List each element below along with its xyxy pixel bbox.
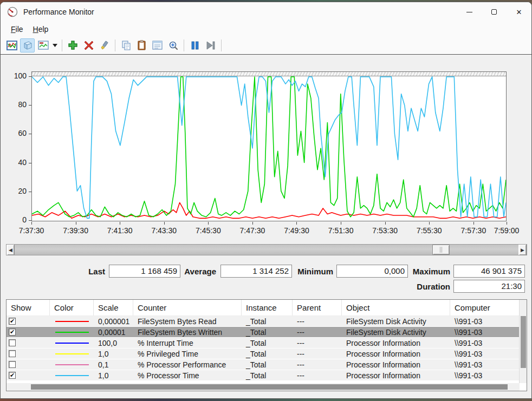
properties-icon <box>152 41 163 50</box>
show-checkbox[interactable]: ✔ <box>9 318 16 325</box>
add-counter-button[interactable] <box>66 38 80 52</box>
magnifier-icon <box>168 41 178 50</box>
cell-scale: 0,000001 <box>94 317 133 326</box>
change-graph-type-button[interactable] <box>36 38 50 52</box>
minimize-button[interactable] <box>457 2 482 22</box>
cell-parent: --- <box>293 371 342 380</box>
view-log-data-button[interactable] <box>20 38 35 52</box>
close-icon: ✕ <box>516 8 522 16</box>
series-line <box>32 77 506 217</box>
x-axis-label: 7:59:00 <box>488 226 525 235</box>
table-vscroll-thumb[interactable] <box>521 316 526 368</box>
maximum-value: 46 901 375 <box>453 265 525 278</box>
cell-parent: --- <box>293 350 342 358</box>
cell-object: FileSystem Disk Activity <box>342 328 450 337</box>
color-sample-line <box>55 353 89 354</box>
copy-properties-button[interactable] <box>119 38 133 52</box>
cell-computer: \\991-03 <box>450 317 520 326</box>
cell-computer: \\991-03 <box>450 328 520 337</box>
last-label: Last <box>66 267 105 276</box>
x-axis-label: 7:41:30 <box>101 226 139 235</box>
cell-computer: \\991-03 <box>450 360 520 369</box>
close-button[interactable]: ✕ <box>507 2 531 22</box>
properties-button[interactable] <box>150 38 165 52</box>
table-row[interactable]: ✔0,000001FileSystem Bytes Read_Total---F… <box>7 316 527 327</box>
delete-counter-button[interactable] <box>81 38 96 52</box>
perfmon-app-icon <box>7 6 18 17</box>
maximize-icon <box>491 9 497 15</box>
graph-pane: 1008060402007:37:307:39:307:41:307:43:30… <box>1 55 531 399</box>
cell-scale: 0,1 <box>94 360 133 369</box>
line-chart-icon <box>7 41 17 50</box>
table-row[interactable]: 100,0% Interrupt Time_Total---Processor … <box>7 338 527 349</box>
last-value: 1 168 459 <box>109 265 180 278</box>
column-header-parent[interactable]: Parent <box>293 300 342 315</box>
cell-instance: _Total <box>242 350 293 358</box>
view-current-activity-button[interactable] <box>4 38 19 52</box>
show-checkbox[interactable] <box>9 361 16 368</box>
update-data-button[interactable] <box>203 38 218 52</box>
average-label: Average <box>179 267 216 276</box>
x-axis-label: 7:51:30 <box>322 226 360 235</box>
table-horizontal-scrollbar[interactable] <box>7 383 520 391</box>
show-checkbox[interactable] <box>9 339 16 346</box>
chart-plot-area[interactable] <box>31 71 507 221</box>
y-axis-label: 40 <box>8 158 27 167</box>
cell-instance: _Total <box>242 360 293 369</box>
scroll-left-button[interactable]: ◀ <box>7 245 15 255</box>
cell-counter: FileSystem Bytes Read <box>133 317 242 326</box>
highlight-button[interactable] <box>97 38 112 52</box>
cell-counter: % Interrupt Time <box>133 339 242 347</box>
column-header-computer[interactable]: Computer <box>450 300 520 315</box>
table-hscroll-thumb[interactable] <box>31 384 508 390</box>
table-row[interactable]: ✔0,00001FileSystem Bytes Written_Total--… <box>7 327 527 338</box>
color-sample-line <box>55 364 89 365</box>
y-axis-label: 0 <box>8 215 27 224</box>
color-sample-line <box>55 375 89 376</box>
column-header-scale[interactable]: Scale <box>94 300 133 315</box>
show-checkbox[interactable]: ✔ <box>9 328 16 336</box>
zoom-button[interactable] <box>166 38 180 52</box>
cell-counter: % Processor Performance <box>133 360 242 369</box>
x-axis-label: 7:45:30 <box>189 226 227 235</box>
paste-counter-list-button[interactable] <box>134 38 149 52</box>
menu-item-help[interactable]: Help <box>28 23 54 35</box>
cell-object: Processor Information <box>342 350 450 358</box>
color-sample-line <box>55 321 89 322</box>
copy-icon <box>121 40 131 50</box>
cell-counter: % Privileged Time <box>133 350 242 358</box>
column-header-object[interactable]: Object <box>342 300 450 315</box>
scroll-right-button[interactable]: ▶ <box>518 245 527 255</box>
x-axis-label: 7:47:30 <box>233 226 271 235</box>
freeze-display-button[interactable] <box>187 38 202 52</box>
table-vertical-scrollbar[interactable] <box>519 300 527 383</box>
highlighter-icon <box>100 41 109 50</box>
maximize-button[interactable] <box>482 2 507 22</box>
cell-instance: _Total <box>242 317 293 326</box>
cell-computer: \\991-03 <box>450 371 520 380</box>
cell-parent: --- <box>293 328 342 337</box>
graph-type-dropdown[interactable] <box>51 38 59 52</box>
column-header-color[interactable]: Color <box>50 300 94 315</box>
window-title: Performance Monitor <box>23 8 94 16</box>
menu-bar: FileHelp <box>1 22 531 36</box>
table-row[interactable]: 0,1% Processor Performance_Total---Proce… <box>7 359 527 370</box>
timeline-scrollbar[interactable]: ◀ ▶ <box>6 244 527 255</box>
show-checkbox[interactable]: ✔ <box>9 372 16 379</box>
x-axis-label: 7:53:30 <box>366 226 404 235</box>
show-checkbox[interactable] <box>9 350 16 357</box>
title-bar: Performance Monitor ✕ <box>1 2 531 22</box>
table-row[interactable]: 1,0% Privileged Time_Total---Processor I… <box>7 349 527 359</box>
table-row[interactable]: ✔1,0% Processor Time_Total---Processor I… <box>7 370 527 381</box>
y-axis-label: 100 <box>8 71 27 80</box>
timeline-scrollbar-thumb[interactable] <box>432 245 450 255</box>
column-header-instance[interactable]: Instance <box>242 300 293 315</box>
column-header-counter[interactable]: Counter <box>133 300 242 315</box>
minimum-value: 0,000 <box>336 265 408 278</box>
minimize-icon <box>466 12 472 12</box>
menu-item-file[interactable]: File <box>6 23 28 35</box>
cell-parent: --- <box>293 360 342 369</box>
column-header-show[interactable]: Show <box>7 300 50 315</box>
performance-monitor-window: Performance Monitor ✕ FileHelp <box>0 2 532 399</box>
cell-counter: FileSystem Bytes Written <box>133 328 242 337</box>
